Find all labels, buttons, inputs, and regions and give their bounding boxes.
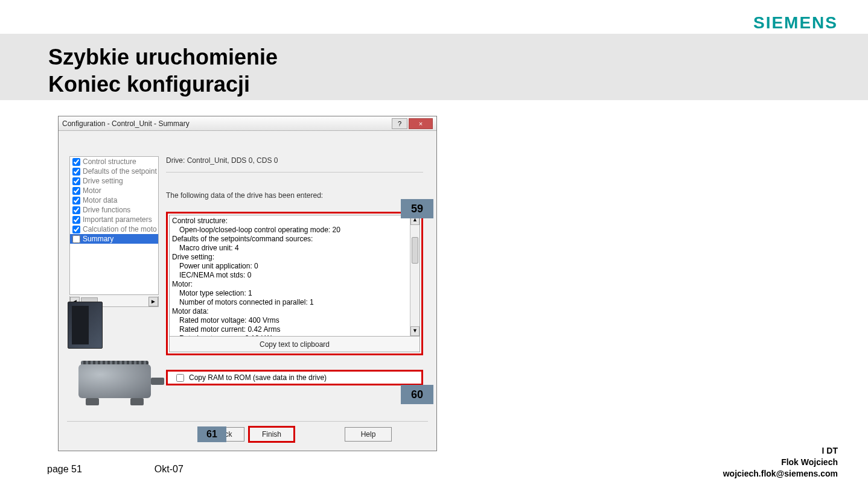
step-label: Motor xyxy=(83,186,101,195)
dialog-button-row: < Back Finish 61 Help xyxy=(59,424,436,445)
wizard-step-item[interactable]: Drive setting xyxy=(70,176,158,186)
separator xyxy=(166,172,423,173)
help-icon[interactable]: ? xyxy=(392,118,407,129)
step-label: Motor data xyxy=(83,196,117,204)
footer-dept: I DT xyxy=(723,445,838,457)
step-label: Important parameters xyxy=(83,215,152,224)
summary-line: Rated motor power: 0.12 kW xyxy=(172,334,417,336)
step-checkbox[interactable] xyxy=(72,158,80,166)
summary-line: Rated motor current: 0.42 Arms xyxy=(172,325,417,334)
scroll-right-icon[interactable]: ► xyxy=(148,297,158,306)
summary-line: Defaults of the setpoints/command source… xyxy=(172,235,417,244)
copy-ram-checkbox[interactable] xyxy=(176,374,184,382)
wizard-step-item[interactable]: Important parameters xyxy=(70,215,158,224)
step-label: Drive functions xyxy=(83,206,130,214)
summary-line: Number of motors connected in parallel: … xyxy=(172,298,417,307)
summary-line: Control structure: xyxy=(172,217,417,226)
wizard-step-item[interactable]: Control structure xyxy=(70,157,158,166)
siemens-logo: SIEMENS xyxy=(753,13,838,33)
scroll-down-icon[interactable]: ▼ xyxy=(410,326,420,336)
step-checkbox[interactable] xyxy=(72,226,80,233)
slide: SIEMENS Szybkie uruchomienie Koniec konf… xyxy=(0,0,868,488)
summary-highlight-box: Control structure:Open-loop/closed-loop … xyxy=(166,212,423,355)
step-checkbox[interactable] xyxy=(72,177,80,185)
step-checkbox[interactable] xyxy=(72,187,80,195)
summary-line: Rated motor voltage: 400 Vrms xyxy=(172,316,417,325)
step-checkbox[interactable] xyxy=(72,197,80,204)
step-label: Drive setting xyxy=(83,177,123,185)
step-label: Summary xyxy=(83,235,113,243)
summary-panel: Control structure:Open-loop/closed-loop … xyxy=(169,215,420,352)
page-number: page 51 xyxy=(47,464,82,475)
callout-60: 60 xyxy=(401,385,433,404)
footer-right: I DT Flok Wojciech wojciech.flok@siemens… xyxy=(723,445,838,480)
step-checkbox[interactable] xyxy=(72,168,80,176)
drive-label: Drive: Control_Unit, DDS 0, CDS 0 xyxy=(166,156,278,165)
summary-line: Motor: xyxy=(172,280,417,289)
wizard-step-item[interactable]: Motor xyxy=(70,186,158,195)
footer-author: Flok Wojciech xyxy=(723,457,838,468)
title-bar: Szybkie uruchomienie Koniec konfiguracji xyxy=(0,34,868,100)
summary-line: Motor data: xyxy=(172,307,417,316)
summary-line: IEC/NEMA mot stds: 0 xyxy=(172,271,417,280)
wizard-step-item[interactable]: Drive functions xyxy=(70,205,158,215)
step-label: Calculation of the moto xyxy=(83,225,157,233)
summary-line: Motor type selection: 1 xyxy=(172,289,417,298)
callout-59: 59 xyxy=(401,199,433,218)
motor-image xyxy=(57,355,165,414)
summary-line: Power unit application: 0 xyxy=(172,262,417,271)
callout-61: 61 xyxy=(197,426,226,442)
separator xyxy=(67,421,428,422)
help-button[interactable]: Help xyxy=(345,427,392,442)
scroll-thumb[interactable] xyxy=(412,237,418,264)
title-line-2: Koniec konfiguracji xyxy=(48,72,250,97)
intro-text: The following data of the drive has been… xyxy=(166,191,323,200)
summary-text: Control structure:Open-loop/closed-loop … xyxy=(170,215,420,336)
wizard-step-item[interactable]: Motor data xyxy=(70,195,158,205)
copy-ram-highlight-box: Copy RAM to ROM (save data in the drive) xyxy=(166,370,423,385)
footer-email: wojciech.flok@siemens.com xyxy=(723,468,838,480)
step-checkbox[interactable] xyxy=(72,235,80,243)
step-checkbox[interactable] xyxy=(72,216,80,224)
close-icon[interactable]: × xyxy=(409,118,433,129)
slide-title: Szybkie uruchomienie Koniec konfiguracji xyxy=(48,43,868,98)
dialog-title: Configuration - Control_Unit - Summary xyxy=(62,119,391,128)
step-checkbox[interactable] xyxy=(72,206,80,214)
summary-line: Drive setting: xyxy=(172,253,417,262)
dialog-titlebar: Configuration - Control_Unit - Summary ?… xyxy=(59,116,436,131)
step-label: Defaults of the setpoint xyxy=(83,167,157,176)
title-line-1: Szybkie uruchomienie xyxy=(48,45,278,69)
wizard-step-list[interactable]: Control structureDefaults of the setpoin… xyxy=(69,156,159,295)
finish-button[interactable]: Finish xyxy=(248,426,295,443)
step-label: Control structure xyxy=(83,157,136,166)
copy-ram-label: Copy RAM to ROM (save data in the drive) xyxy=(189,373,327,382)
summary-line: Open-loop/closed-loop control operating … xyxy=(172,226,417,235)
wizard-step-item[interactable]: Summary xyxy=(70,234,158,244)
footer-date: Okt-07 xyxy=(155,464,183,475)
summary-line: Macro drive unit: 4 xyxy=(172,244,417,253)
summary-vscrollbar[interactable]: ▲ ▼ xyxy=(410,215,420,336)
copy-text-button[interactable]: Copy text to clipboard xyxy=(170,336,420,352)
drive-image xyxy=(68,302,103,349)
footer-left: page 51 Okt-07 xyxy=(47,464,183,475)
wizard-step-item[interactable]: Defaults of the setpoint xyxy=(70,166,158,176)
wizard-step-item[interactable]: Calculation of the moto xyxy=(70,224,158,234)
